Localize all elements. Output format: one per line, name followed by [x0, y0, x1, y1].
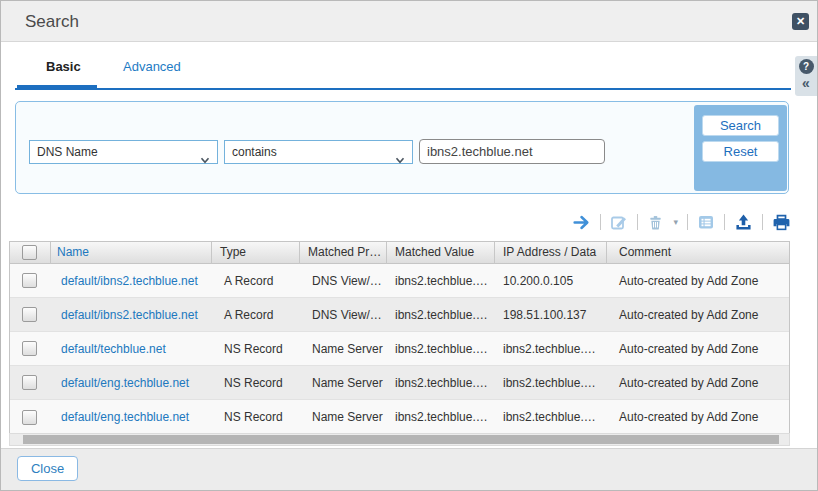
table-header-row: Name Type Matched Pr… Matched Value IP A… — [10, 242, 789, 264]
record-link[interactable]: default/techblue.net — [51, 342, 212, 356]
header-checkbox-cell — [10, 242, 51, 264]
row-checkbox[interactable] — [22, 410, 37, 425]
side-help-panel: ? « — [795, 56, 817, 96]
matched-property: Name Server — [300, 342, 387, 356]
matched-value: ibns2.techblue.… — [387, 410, 495, 424]
search-button-panel: Search Reset — [694, 105, 787, 191]
tab-active-indicator — [17, 85, 97, 90]
comment: Auto-created by Add Zone — [607, 376, 789, 390]
record-type: A Record — [212, 308, 300, 322]
ip-address-data: 10.200.0.105 — [495, 274, 607, 288]
table-row: default/eng.techblue.net NS Record Name … — [10, 400, 789, 434]
dialog-close-icon[interactable]: ✕ — [792, 13, 809, 30]
ip-address-data: ibns2.techblue.… — [495, 376, 607, 390]
matched-value: ibns2.techblue.… — [387, 342, 495, 356]
operator-select-value: contains — [232, 145, 277, 159]
edit-icon[interactable] — [610, 213, 628, 231]
row-checkbox[interactable] — [22, 341, 37, 356]
go-to-icon[interactable] — [572, 213, 591, 232]
record-link[interactable]: default/eng.techblue.net — [51, 376, 212, 390]
column-header-ip-address[interactable]: IP Address / Data — [495, 242, 607, 264]
field-select-value: DNS Name — [37, 145, 98, 159]
dialog-titlebar: Search ✕ — [1, 1, 817, 42]
results-toolbar: ▾ — [572, 212, 791, 232]
results-table: Name Type Matched Pr… Matched Value IP A… — [9, 241, 790, 435]
row-checkbox[interactable] — [22, 307, 37, 322]
close-button[interactable]: Close — [17, 456, 78, 481]
matched-property: DNS View/… — [300, 274, 387, 288]
toolbar-divider — [724, 214, 725, 230]
record-type: NS Record — [212, 410, 300, 424]
column-header-matched-value[interactable]: Matched Value — [387, 242, 495, 264]
tab-basic[interactable]: Basic — [46, 59, 81, 74]
column-header-matched-property[interactable]: Matched Pr… — [300, 242, 387, 264]
toolbar-divider — [637, 214, 638, 230]
record-link[interactable]: default/ibns2.techblue.net — [51, 308, 212, 322]
table-row: default/eng.techblue.net NS Record Name … — [10, 366, 789, 400]
toolbar-divider — [762, 214, 763, 230]
matched-property: Name Server — [300, 376, 387, 390]
columns-icon[interactable] — [697, 213, 715, 231]
matched-property: Name Server — [300, 410, 387, 424]
search-dialog: Search ✕ Basic Advanced ? « DNS Name con… — [0, 0, 818, 491]
column-header-comment[interactable]: Comment — [607, 242, 789, 264]
chevron-down-icon — [395, 149, 405, 171]
delete-icon[interactable] — [647, 214, 664, 231]
matched-property: DNS View/… — [300, 308, 387, 322]
horizontal-scrollbar[interactable] — [9, 433, 790, 446]
row-checkbox[interactable] — [22, 375, 37, 390]
tab-advanced[interactable]: Advanced — [123, 59, 181, 74]
column-header-type[interactable]: Type — [212, 242, 300, 264]
comment: Auto-created by Add Zone — [607, 342, 789, 356]
operator-select[interactable]: contains — [224, 140, 413, 164]
search-button[interactable]: Search — [702, 115, 779, 136]
record-type: A Record — [212, 274, 300, 288]
comment: Auto-created by Add Zone — [607, 308, 789, 322]
table-row: default/ibns2.techblue.net A Record DNS … — [10, 298, 789, 332]
export-icon[interactable] — [734, 213, 753, 232]
comment: Auto-created by Add Zone — [607, 274, 789, 288]
record-link[interactable]: default/ibns2.techblue.net — [51, 274, 212, 288]
select-all-checkbox[interactable] — [22, 245, 37, 260]
table-row: default/techblue.net NS Record Name Serv… — [10, 332, 789, 366]
ip-address-data: ibns2.techblue.… — [495, 342, 607, 356]
toolbar-divider — [687, 214, 688, 230]
matched-value: ibns2.techblue.… — [387, 376, 495, 390]
record-type: NS Record — [212, 376, 300, 390]
matched-value: ibns2.techblue.… — [387, 274, 495, 288]
print-icon[interactable] — [772, 213, 791, 232]
horizontal-scrollbar-thumb[interactable] — [23, 435, 779, 444]
row-checkbox[interactable] — [22, 273, 37, 288]
tab-underline — [15, 88, 791, 90]
chevron-down-icon — [200, 149, 210, 171]
table-row: default/ibns2.techblue.net A Record DNS … — [10, 264, 789, 298]
delete-dropdown-caret[interactable]: ▾ — [673, 218, 678, 227]
record-link[interactable]: default/eng.techblue.net — [51, 410, 212, 424]
collapse-icon[interactable]: « — [795, 75, 817, 91]
comment: Auto-created by Add Zone — [607, 410, 789, 424]
dialog-footer: Close — [1, 448, 817, 490]
toolbar-divider — [600, 214, 601, 230]
search-criteria-panel: DNS Name contains Search Reset — [15, 101, 789, 194]
reset-button[interactable]: Reset — [702, 141, 779, 162]
column-header-name[interactable]: Name — [51, 242, 212, 264]
ip-address-data: 198.51.100.137 — [495, 308, 607, 322]
help-icon[interactable]: ? — [799, 59, 814, 74]
field-select[interactable]: DNS Name — [29, 140, 218, 164]
search-value-input[interactable] — [419, 139, 605, 164]
ip-address-data: ibns2.techblue.… — [495, 410, 607, 424]
matched-value: ibns2.techblue.… — [387, 308, 495, 322]
record-type: NS Record — [212, 342, 300, 356]
dialog-title: Search — [25, 1, 79, 42]
